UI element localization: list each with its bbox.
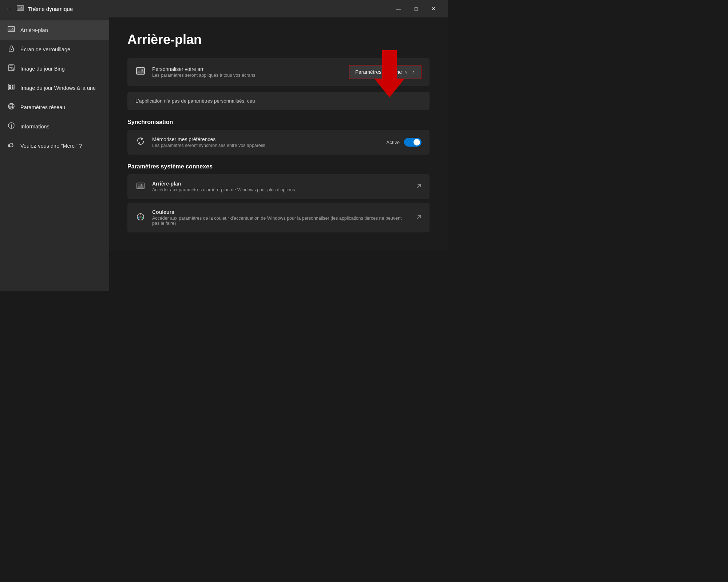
svg-point-35 [139,216,142,218]
svg-point-34 [138,217,139,219]
related-arriere-plan-text: Arrière-plan Accéder aux paramètres d'ar… [152,181,409,192]
sidebar-item-ecran-verrouillage[interactable]: Écran de verrouillage [0,40,109,59]
merci-icon [7,141,15,150]
sync-card: Mémoriser mes préférences Les paramètres… [127,130,430,155]
svg-rect-13 [9,87,11,89]
svg-point-27 [142,69,143,71]
svg-point-22 [11,124,12,124]
related-couleurs-subtitle: Accéder aux paramètres de la couleur d'a… [152,216,409,226]
main-content: Arrière-plan Personnaliser votre arr [109,17,448,251]
bing-icon [7,64,15,73]
windows-une-icon [7,83,15,92]
sync-title: Mémoriser mes préférences [152,136,380,142]
svg-rect-23 [8,144,10,147]
related-couleurs-text: Couleurs Accéder aux paramètres de la co… [152,209,409,226]
related-arriere-plan-icon [135,182,146,192]
dropdown-label: Paramètres système [355,69,402,75]
svg-point-33 [142,217,143,219]
sidebar: Arrière-plan Écran de verrouillage Ima [0,17,109,291]
minimize-button[interactable]: — [390,3,407,15]
title-bar: ← Thème dynamique — □ ✕ [0,0,448,17]
related-item-couleurs[interactable]: Couleurs Accéder aux paramètres de la co… [127,203,430,232]
toggle-track[interactable] [404,138,422,147]
app-title: Thème dynamique [28,6,73,12]
maximize-button[interactable]: □ [408,3,424,15]
toggle-label: Activé [386,140,400,145]
sidebar-item-merci[interactable]: Voulez-vous dire "Merci" ? [0,136,109,155]
sidebar-label-bing: Image du jour Bing [20,66,65,72]
external-link-icon-couleurs [416,214,422,221]
sync-toggle[interactable] [404,138,422,147]
sidebar-item-bing[interactable]: Image du jour Bing [0,59,109,78]
sidebar-label-informations: Informations [20,124,50,129]
sidebar-label-arriere-plan: Arrière-plan [20,27,48,33]
personalize-subtitle: Les paramètres seront appliqués à tous v… [152,73,342,78]
sync-icon [135,137,146,148]
dropdown-chevron-up-icon: ∧ [412,70,415,75]
svg-point-5 [12,28,13,29]
page-title: Arrière-plan [127,32,430,47]
toggle-thumb [414,139,420,146]
app-body: Arrière-plan Écran de verrouillage Ima [0,17,448,291]
info-message-text: L'application n'a pas de paramètres pers… [135,98,255,104]
personalize-row: Personnaliser votre arr Les paramètres s… [127,58,430,86]
sidebar-item-arriere-plan[interactable]: Arrière-plan [0,20,109,40]
svg-rect-14 [12,87,13,89]
svg-point-32 [140,214,141,215]
ecran-verrouillage-icon [7,45,15,54]
svg-point-30 [141,184,143,186]
svg-rect-12 [12,85,13,87]
close-button[interactable]: ✕ [425,3,442,15]
svg-point-2 [21,7,22,8]
sidebar-item-reseau[interactable]: Paramètres réseau [0,97,109,117]
synchronisation-label: Synchronisation [127,119,430,125]
info-message: L'application n'a pas de paramètres pers… [127,92,430,110]
sidebar-label-reseau: Paramètres réseau [20,104,65,110]
personalize-icon [135,67,146,77]
window-controls: — □ ✕ [390,3,442,15]
sidebar-label-ecran: Écran de verrouillage [20,47,70,52]
sidebar-item-informations[interactable]: Informations [0,117,109,136]
reseau-icon [7,103,15,112]
related-item-arriere-plan[interactable]: Arrière-plan Accéder aux paramètres d'ar… [127,174,430,199]
personalize-card: Personnaliser votre arr Les paramètres s… [127,58,430,86]
main-wrapper: Arrière-plan Personnaliser votre arr [109,17,448,291]
sidebar-label-merci: Voulez-vous dire "Merci" ? [20,143,82,149]
sidebar-item-windows-une[interactable]: Image du jour Windows à la une [0,78,109,97]
back-button[interactable]: ← [6,5,12,13]
personalize-title: Personnaliser votre arr [152,66,342,72]
related-arriere-plan-title: Arrière-plan [152,181,409,187]
related-couleurs-title: Couleurs [152,209,409,215]
dropdown-chevron-down-icon: ∨ [405,70,408,75]
toggle-container: Activé [386,138,422,147]
system-params-dropdown[interactable]: Paramètres système ∨ ∧ [349,65,422,79]
sync-row: Mémoriser mes préférences Les paramètres… [127,130,430,155]
sync-subtitle: Les paramètres seront synchronisés entre… [152,143,380,148]
svg-point-7 [11,49,12,50]
related-arriere-plan-subtitle: Accéder aux paramètres d'arrière-plan de… [152,187,409,192]
personalize-text: Personnaliser votre arr Les paramètres s… [152,66,342,78]
related-settings-label: Paramètres système connexes [127,163,430,170]
info-icon [7,122,15,131]
app-icon [17,4,24,13]
sync-text: Mémoriser mes préférences Les paramètres… [152,136,380,148]
svg-rect-11 [9,85,11,87]
related-couleurs-icon [135,213,146,223]
sidebar-label-windows-une: Image du jour Windows à la une [20,85,96,91]
svg-point-9 [12,68,14,70]
arriere-plan-icon [7,25,15,35]
external-link-icon-arriere [416,183,422,190]
